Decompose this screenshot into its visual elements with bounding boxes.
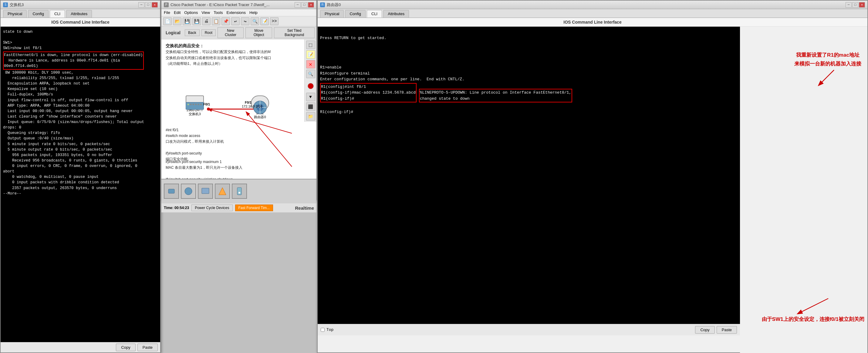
device-cat-5[interactable] xyxy=(232,184,247,199)
menu-help[interactable]: Help xyxy=(249,10,257,15)
toolbar-copy[interactable]: 📋 xyxy=(212,17,220,25)
toolbar-zoom-in[interactable]: 🔍 xyxy=(251,17,259,25)
switch-cli-footer: Copy Paste xyxy=(1,342,160,352)
router-maximize-btn[interactable]: □ xyxy=(852,2,858,8)
router-minimize-btn[interactable]: ─ xyxy=(845,2,851,8)
pt-title: Cisco Packet Tracer - E:\Cisco Packet Tr… xyxy=(170,2,270,7)
svg-rect-9 xyxy=(195,104,196,105)
toolbar-more[interactable]: >> xyxy=(270,17,279,25)
r-enable: R1>enable xyxy=(320,65,738,71)
r-blank5 xyxy=(320,59,738,65)
menu-tools[interactable]: Tools xyxy=(214,10,223,15)
router-title-bar: R 路由器0 ─ □ ✕ xyxy=(318,1,867,9)
device-cat-4[interactable] xyxy=(215,184,230,199)
svg-rect-10 xyxy=(198,104,199,105)
menu-options[interactable]: Options xyxy=(184,10,198,15)
device-cat-2[interactable] xyxy=(181,184,196,199)
cli-lastinput: Last input 00:00:08, output 00:00:05, ou… xyxy=(3,108,158,114)
switch-close-btn[interactable]: ✕ xyxy=(152,2,158,8)
pt-minimize-btn[interactable]: ─ xyxy=(294,2,301,8)
r-final-prompt: R1(config-if)# xyxy=(320,109,738,115)
switch-tab-config[interactable]: Config xyxy=(28,10,49,17)
annotation-security-text: 由于SW1上的安全设定，连接f0/1被立刻关闭 xyxy=(762,315,864,324)
toolbar-print[interactable]: 🖨 xyxy=(202,17,211,25)
nav-set-tiled[interactable]: Set Tiled Background xyxy=(274,27,315,38)
svg-rect-16 xyxy=(168,189,175,193)
toolbar-undo[interactable]: ↩ xyxy=(231,17,240,25)
router-icon: R xyxy=(320,2,325,7)
toolbar-save2[interactable]: 💾 xyxy=(192,17,201,25)
fast-forward-btn[interactable]: Fast Forward Tim... xyxy=(235,205,273,211)
cli-broadcasts: Received 956 broadcasts, 0 runts, 0 gian… xyxy=(3,158,158,163)
toolbar-redo[interactable]: ↪ xyxy=(241,17,249,25)
cli-pktsin: 956 packets input, 193351 bytes, 0 no bu… xyxy=(3,152,158,158)
menu-file[interactable]: File xyxy=(164,10,170,15)
switch-tab-physical[interactable]: Physical xyxy=(3,10,27,17)
cli-reliability: reliability 255/255, txload 1/255, rxloa… xyxy=(3,75,158,81)
router-cli-content[interactable]: Press RETURN to get started. R1>enable R… xyxy=(318,27,740,324)
router-copy-btn[interactable]: Copy xyxy=(695,326,714,333)
top-label: Top xyxy=(327,327,334,332)
router-annotation-area: 我重新设置了R1的mac地址来模拟一台新的机器加入连接 xyxy=(740,27,867,353)
menu-extensions[interactable]: Extensions xyxy=(226,10,246,15)
menu-edit[interactable]: Edit xyxy=(174,10,181,15)
router-tab-cli[interactable]: CLI xyxy=(367,10,382,17)
nav-new-cluster[interactable]: New Cluster xyxy=(218,27,244,38)
tool-dot-red[interactable] xyxy=(308,83,314,89)
tool-arrow-down[interactable]: ▼ xyxy=(306,93,315,101)
tool-delete[interactable]: ✕ xyxy=(306,60,315,68)
cli-queue: Queueing strategy: fifo xyxy=(3,130,158,136)
cli-duplex: Full-duplex, 100Mb/s xyxy=(3,92,158,97)
switch-copy-btn[interactable]: Copy xyxy=(116,344,135,351)
power-cycle-btn[interactable]: Power Cycle Devices xyxy=(191,205,232,211)
tool-inspect[interactable]: 🔍 xyxy=(306,70,315,78)
switch-tab-cli[interactable]: CLI xyxy=(50,10,65,17)
router-top-checkbox-area: Top xyxy=(321,327,334,332)
cli-abort: abort xyxy=(3,169,158,174)
router-window: R 路由器0 ─ □ ✕ Physical Config CLI Attribu… xyxy=(317,0,868,353)
switch-cli-content[interactable]: state to down SW1> SW1>show int f0/1 Fas… xyxy=(1,27,160,342)
svg-rect-6 xyxy=(187,104,189,105)
nav-root[interactable]: Root xyxy=(202,29,216,36)
svg-rect-18 xyxy=(202,188,209,193)
toolbar-annotation[interactable]: 📝 xyxy=(260,17,269,25)
nav-back[interactable]: Back xyxy=(185,29,199,36)
tool-select[interactable]: ⬚ xyxy=(306,41,315,49)
svg-rect-5 xyxy=(186,102,204,110)
annotation-security: 由于SW1上的安全设定，连接f0/1被立刻关闭 xyxy=(762,297,864,324)
device-cat-3[interactable] xyxy=(198,184,213,199)
top-checkbox[interactable] xyxy=(321,328,324,332)
tool-note[interactable]: 📝 xyxy=(306,50,315,59)
r-blank xyxy=(320,29,738,35)
switch-device-icon[interactable]: 2960-24TT 交换机3 xyxy=(186,96,204,116)
router-close-btn[interactable]: ✕ xyxy=(859,2,865,8)
router-tab-physical[interactable]: Physical xyxy=(320,10,344,17)
tool-folder-icon[interactable]: 📁 xyxy=(306,112,315,120)
switch-tab-attributes[interactable]: Attributes xyxy=(66,10,92,17)
router-paste-btn[interactable]: Paste xyxy=(717,326,737,333)
switch-paste-btn[interactable]: Paste xyxy=(137,344,158,351)
switch-maximize-btn[interactable]: □ xyxy=(145,2,151,8)
annotation-mac-address: 我重新设置了R1的mac地址来模拟一台新的机器加入连接 xyxy=(794,51,861,87)
toolbar-new[interactable]: 📄 xyxy=(163,17,172,25)
pt-menubar: File Edit Options View Tools Extensions … xyxy=(161,9,316,16)
router-tab-attributes[interactable]: Attributes xyxy=(383,10,409,17)
svg-marker-19 xyxy=(219,187,226,195)
cli-lastclear: Last clearing of "show interface" counte… xyxy=(3,114,158,119)
switch-minimize-btn[interactable]: ─ xyxy=(138,2,145,8)
router-tab-config[interactable]: Config xyxy=(345,10,366,17)
r-press-return: Press RETURN to get started. xyxy=(320,35,738,41)
tool-device-group[interactable]: ⬛ xyxy=(306,102,315,111)
pt-maximize-btn[interactable]: □ xyxy=(301,2,307,8)
pt-toolbar: 📄 📂 💾 💾 🖨 📋 📌 ↩ ↪ 🔍 📝 >> xyxy=(161,16,316,26)
toolbar-paste[interactable]: 📌 xyxy=(221,17,230,25)
device-cat-1[interactable] xyxy=(164,184,179,199)
cli-outrate: 5 minute output rate 0 bits/sec, 0 packe… xyxy=(3,147,158,152)
toolbar-open[interactable]: 📂 xyxy=(173,17,181,25)
toolbar-save[interactable]: 💾 xyxy=(183,17,191,25)
pt-canvas[interactable]: 2960-24TT 交换机3 F0/1 2811 路由器0 F0/1 172.1… xyxy=(161,39,316,179)
pt-close-btn[interactable]: ✕ xyxy=(308,2,314,8)
menu-view[interactable]: View xyxy=(202,10,210,15)
annotation-arrow-2 xyxy=(795,297,831,315)
nav-move-object[interactable]: Move Object xyxy=(245,27,272,38)
